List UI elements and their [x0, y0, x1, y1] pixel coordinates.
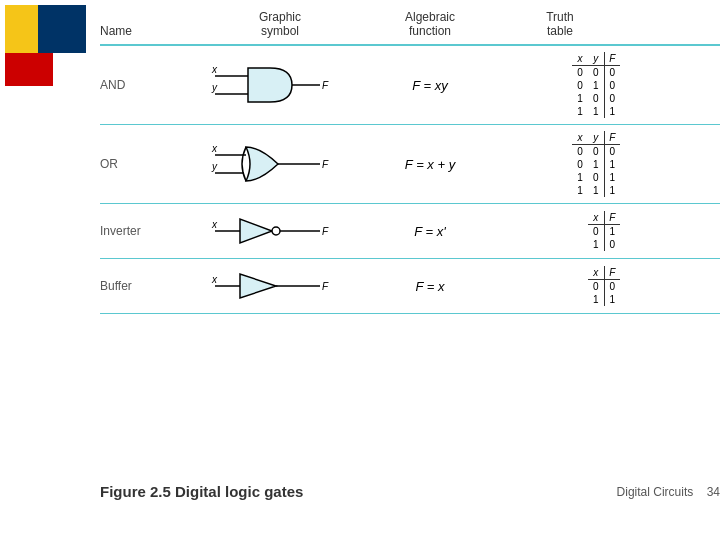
svg-text:F: F — [322, 159, 329, 170]
page-number: 34 — [707, 485, 720, 499]
gate-row-buffer: Buffer x F F = x x F — [100, 259, 720, 314]
figure-caption: Figure 2.5 Digital logic gates — [100, 483, 303, 500]
gate-name-and: AND — [100, 78, 200, 92]
svg-marker-20 — [240, 274, 276, 298]
gate-row-or: OR x y F F = x + y — [100, 125, 720, 204]
svg-text:F: F — [322, 281, 329, 292]
gate-name-buffer: Buffer — [100, 279, 200, 293]
gate-symbol-or: x y F — [200, 137, 360, 192]
svg-text:y: y — [211, 161, 218, 172]
logo — [0, 0, 100, 100]
svg-text:F: F — [322, 226, 329, 237]
header-name: Name — [100, 24, 200, 38]
gate-truth-or: x y F 000 011 101 111 — [500, 131, 620, 197]
svg-point-15 — [272, 227, 280, 235]
gate-name-or: OR — [100, 157, 200, 171]
svg-marker-14 — [240, 219, 272, 243]
gate-algebraic-buffer: F = x — [360, 279, 500, 294]
svg-text:F: F — [322, 80, 329, 91]
caption-area: Figure 2.5 Digital logic gates Digital C… — [100, 483, 720, 500]
gate-truth-inverter: x F 01 10 — [500, 211, 620, 251]
gate-truth-buffer: x F 00 11 — [500, 266, 620, 306]
gate-algebraic-and: F = xy — [360, 78, 500, 93]
slide-info: Digital Circuits 34 — [617, 485, 720, 499]
gate-symbol-inverter: x F — [200, 211, 360, 251]
gate-symbol-buffer: x F — [200, 266, 360, 306]
gate-row-and: AND x y F F = xy x — [100, 46, 720, 125]
logo-blue-square — [38, 5, 86, 53]
main-content: Name Graphicsymbol Algebraicfunction Tru… — [100, 0, 720, 510]
svg-text:x: x — [211, 64, 218, 75]
header-graphic: Graphicsymbol — [200, 10, 360, 38]
svg-text:x: x — [211, 274, 218, 285]
header-algebraic: Algebraicfunction — [360, 10, 500, 38]
gate-truth-and: x y F 000 010 100 111 — [500, 52, 620, 118]
gate-algebraic-inverter: F = x' — [360, 224, 500, 239]
svg-text:x: x — [211, 219, 218, 230]
gate-symbol-and: x y F — [200, 58, 360, 113]
svg-text:y: y — [211, 82, 218, 93]
gate-name-inverter: Inverter — [100, 224, 200, 238]
course-label: Digital Circuits — [617, 485, 694, 499]
header-truth: Truthtable — [500, 10, 620, 38]
table-header: Name Graphicsymbol Algebraicfunction Tru… — [100, 10, 720, 46]
gate-row-inverter: Inverter x F F = x' x — [100, 204, 720, 259]
gate-algebraic-or: F = x + y — [360, 157, 500, 172]
svg-text:x: x — [211, 143, 218, 154]
